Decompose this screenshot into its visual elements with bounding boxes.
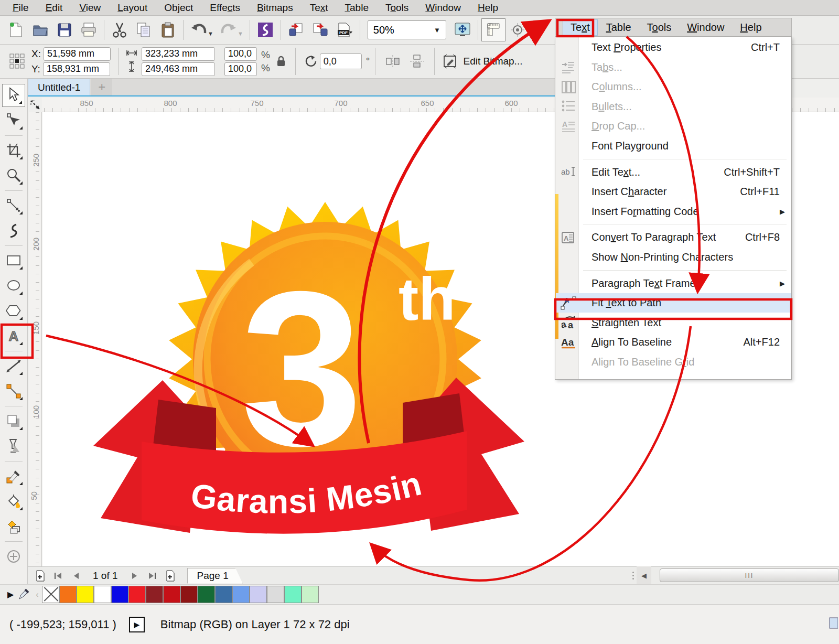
shape-tool[interactable]: [2, 109, 25, 132]
x-position-field[interactable]: [44, 47, 111, 61]
freehand-tool[interactable]: [2, 194, 25, 217]
smart-fill-tool[interactable]: [2, 515, 25, 538]
menubar-item-view[interactable]: View: [72, 2, 108, 14]
overlay-menubar-item-text[interactable]: Text: [563, 19, 598, 36]
artistic-media-tool[interactable]: [2, 219, 25, 242]
next-page-icon[interactable]: [126, 568, 143, 583]
mirror-horizontal-icon[interactable]: [381, 50, 405, 73]
redo-dropdown-icon[interactable]: ▼: [238, 30, 243, 37]
menu-item-edit-text[interactable]: abEdit Text...Ctrl+Shift+T: [556, 163, 791, 182]
overlay-menubar-item-tools[interactable]: Tools: [640, 20, 679, 35]
print-icon[interactable]: [77, 18, 101, 41]
rulers-icon[interactable]: [481, 18, 505, 41]
zoom-tool[interactable]: [2, 164, 25, 187]
save-icon[interactable]: [52, 18, 77, 41]
app-launcher-icon[interactable]: [253, 18, 277, 41]
menubar-item-window[interactable]: Window: [418, 2, 468, 14]
ruler-origin-icon[interactable]: [29, 99, 42, 112]
edit-bitmap-icon[interactable]: [440, 50, 461, 73]
redo-icon[interactable]: [217, 18, 241, 41]
mirror-vertical-icon[interactable]: [405, 50, 429, 73]
palette-scroll-left-icon[interactable]: ‹: [36, 590, 38, 599]
publish-pdf-icon[interactable]: PDF: [332, 18, 357, 41]
color-swatch[interactable]: [180, 586, 198, 603]
color-swatch[interactable]: [128, 586, 146, 603]
undo-dropdown-icon[interactable]: ▼: [208, 30, 213, 37]
object-width-field[interactable]: [142, 47, 215, 61]
color-swatch[interactable]: [267, 586, 284, 603]
paste-icon[interactable]: [156, 18, 180, 41]
drop-shadow-tool[interactable]: [2, 410, 25, 433]
menu-item-insert-character[interactable]: Insert CharacterCtrl+F11: [556, 182, 791, 201]
menu-item-tabs[interactable]: Tabs...: [556, 58, 791, 77]
menu-item-fit-text-to-path[interactable]: AFit Text to Path: [556, 293, 791, 313]
color-swatch[interactable]: [250, 586, 267, 603]
add-tools-button[interactable]: [2, 545, 25, 568]
no-color-swatch[interactable]: [42, 586, 59, 603]
previous-page-icon[interactable]: [68, 568, 84, 583]
undo-icon[interactable]: [187, 18, 211, 41]
copy-icon[interactable]: [132, 18, 156, 41]
object-height-field[interactable]: [142, 62, 215, 76]
menubar-item-bitmaps[interactable]: Bitmaps: [250, 2, 300, 14]
vertical-ruler[interactable]: 25020015010050: [29, 112, 42, 566]
zoom-level-select[interactable]: 50% ▼: [368, 20, 446, 39]
menu-item-paragraph-text-frame[interactable]: Paragraph Text Frame▶: [556, 274, 791, 293]
color-swatch[interactable]: [111, 586, 128, 603]
export-icon[interactable]: [308, 18, 332, 41]
add-page-start-icon[interactable]: [32, 568, 49, 583]
menu-item-align-to-baseline[interactable]: AaAlign To BaselineAlt+F12: [556, 332, 791, 352]
transparency-tool[interactable]: [2, 435, 25, 458]
menu-item-bullets[interactable]: Bullets...: [556, 97, 791, 116]
y-position-field[interactable]: [43, 62, 110, 76]
color-swatch[interactable]: [94, 586, 111, 603]
menubar-item-layout[interactable]: Layout: [110, 2, 155, 14]
color-swatch[interactable]: [302, 586, 319, 603]
palette-eyedropper-icon[interactable]: [18, 587, 30, 603]
document-tab[interactable]: Untitled-1: [28, 79, 90, 95]
menu-item-font-playground[interactable]: Font Playground: [556, 136, 791, 156]
fill-tool[interactable]: [2, 490, 25, 513]
menu-item-straighten-text[interactable]: aaStraighten Text: [556, 313, 791, 332]
menubar-item-effects[interactable]: Effects: [202, 2, 248, 14]
rotation-angle-field[interactable]: [320, 53, 362, 69]
rectangle-tool[interactable]: [2, 249, 25, 272]
last-page-icon[interactable]: [144, 568, 161, 583]
polygon-tool[interactable]: [2, 299, 25, 323]
horizontal-scrollbar-thumb[interactable]: III: [660, 568, 839, 582]
menubar-item-edit[interactable]: Edit: [38, 2, 70, 14]
edit-bitmap-label[interactable]: Edit Bitmap...: [463, 56, 522, 67]
menubar-item-table[interactable]: Table: [338, 2, 376, 14]
color-swatch[interactable]: [284, 586, 302, 603]
menu-item-convert-to-paragraph-text[interactable]: AConvert To Paragraph TextCtrl+F8: [556, 228, 791, 247]
scale-y-field[interactable]: [224, 62, 257, 76]
color-swatch[interactable]: [77, 586, 94, 603]
color-swatch[interactable]: [198, 586, 215, 603]
menu-item-text-properties[interactable]: Text PropertiesCtrl+T: [556, 38, 791, 57]
pick-tool[interactable]: [2, 84, 25, 107]
color-eyedropper-tool[interactable]: [2, 465, 25, 488]
status-flyout-icon[interactable]: ▶: [129, 617, 145, 632]
lock-ratio-icon[interactable]: [272, 50, 290, 73]
color-swatch[interactable]: [146, 586, 163, 603]
color-swatch[interactable]: [59, 586, 77, 603]
fullscreen-preview-icon[interactable]: [450, 18, 475, 41]
ellipse-tool[interactable]: [2, 274, 25, 297]
color-swatch[interactable]: [163, 586, 180, 603]
view-options-icon[interactable]: [505, 18, 530, 41]
dimension-tool[interactable]: [2, 355, 25, 378]
cut-icon[interactable]: [107, 18, 132, 41]
color-swatch[interactable]: [215, 586, 232, 603]
add-page-end-icon[interactable]: [162, 568, 179, 583]
overlay-menubar-item-help[interactable]: Help: [733, 20, 769, 35]
new-document-icon[interactable]: [4, 18, 28, 41]
menu-item-insert-formatting-code[interactable]: Insert Formatting Code▶: [556, 202, 791, 221]
import-icon[interactable]: [284, 18, 308, 41]
palette-flyout-icon[interactable]: ▶: [7, 589, 14, 599]
menubar-item-object[interactable]: Object: [157, 2, 200, 14]
color-swatch[interactable]: [232, 586, 250, 603]
scale-x-field[interactable]: [224, 47, 257, 61]
menu-item-drop-cap[interactable]: ADrop Cap...: [556, 116, 791, 136]
menu-item-columns[interactable]: Columns...: [556, 77, 791, 96]
connector-tool[interactable]: [2, 380, 25, 403]
